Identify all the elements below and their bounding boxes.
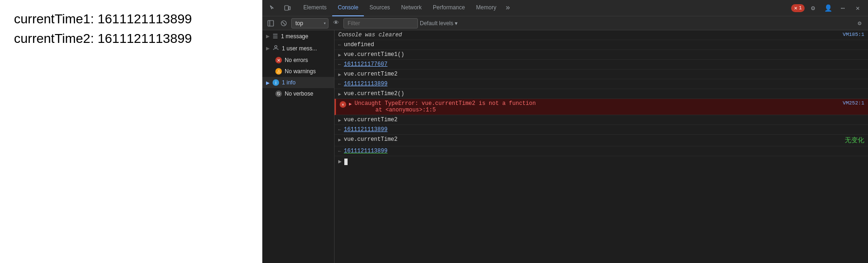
output-arrow-1: ←: [338, 42, 341, 48]
console-line-ct2-prop3: ▶ vue.currentTime2 无变化: [335, 135, 868, 146]
user-circle-icon: [273, 44, 279, 52]
console-toolbar: top ▾ 👁 Default levels ▾ ⚙: [262, 16, 868, 30]
sidebar-toggle-icon[interactable]: [265, 18, 276, 29]
tab-elements[interactable]: Elements: [298, 0, 332, 16]
svg-rect-2: [268, 21, 273, 26]
info-circle-icon: i: [273, 79, 279, 86]
tab-sources[interactable]: Sources: [364, 0, 396, 16]
tab-memory[interactable]: Memory: [471, 0, 502, 16]
output-arrow-5: ←: [338, 149, 341, 154]
verbose-icon: [275, 90, 282, 97]
output-ct2-value3: 1611121113899: [344, 148, 864, 154]
error-circle-icon: ✕: [275, 57, 282, 63]
console-line-ct1-call: ▶ vue.currentTime1(): [335, 50, 868, 60]
console-line-cleared: Console was cleared VM185:1: [335, 30, 868, 40]
console-prompt[interactable]: ▶: [335, 156, 868, 167]
sidebar-item-warnings[interactable]: ⚠ No warnings: [262, 66, 334, 77]
devtools-tab-bar: Elements Console Sources Network Perform…: [262, 0, 868, 16]
error-circle-small-icon: ✕: [340, 101, 346, 108]
default-levels-label[interactable]: Default levels ▾: [420, 20, 458, 27]
console-line-ct1-result: ← 1611121177607: [335, 60, 868, 69]
error-location: at <anonymous>:1:5: [355, 107, 436, 113]
user-icon[interactable]: 👤: [821, 1, 834, 14]
page-line2: currentTime2: 1611121113899: [14, 29, 248, 48]
input-arrow-2: ▶: [338, 72, 341, 77]
input-ct1-call: vue.currentTime1(): [344, 51, 864, 58]
tab-left-icons: [266, 1, 294, 14]
sidebar-item-messages[interactable]: ▶ ☰ 1 message: [262, 30, 334, 42]
vm185-link[interactable]: VM185:1: [843, 32, 864, 37]
device-icon[interactable]: [281, 1, 294, 14]
no-change-text: 无变化: [845, 136, 864, 145]
console-settings-icon[interactable]: ⚙: [854, 18, 865, 29]
context-select-input[interactable]: top: [291, 18, 328, 28]
output-ct2-value2: 1611121113899: [344, 126, 864, 133]
error-message: Uncaught TypeError: vue.currentTime2 is …: [355, 100, 536, 107]
sidebar-label-user: 1 user mess...: [282, 45, 330, 52]
page-line1: currentTime1: 1611121113899: [14, 9, 248, 29]
close-icon[interactable]: ✕: [851, 1, 864, 14]
tab-console[interactable]: Console: [332, 0, 364, 16]
output-ct1-value: 1611121177607: [344, 61, 864, 68]
svg-rect-0: [285, 6, 288, 10]
console-line-ct2-result2: ← 1611121113899: [335, 125, 868, 135]
console-cleared-text: Console was cleared: [338, 32, 843, 38]
sidebar-item-errors[interactable]: ✕ No errors: [262, 55, 334, 66]
filter-input[interactable]: [343, 18, 418, 28]
error-text: Uncaught TypeError: vue.currentTime2 is …: [355, 100, 843, 113]
tab-network[interactable]: Network: [396, 0, 427, 16]
svg-rect-1: [289, 7, 290, 10]
sidebar-label-errors: No errors: [285, 57, 330, 63]
sidebar-item-info[interactable]: ▶ i 1 info: [262, 77, 334, 88]
output-ct2-value1: 1611121113899: [344, 81, 864, 87]
output-undefined: undefined: [344, 42, 864, 48]
sidebar-label-verbose: No verbose: [285, 90, 330, 97]
tab-performance[interactable]: Performance: [427, 0, 471, 16]
sidebar-label-warnings: No warnings: [285, 68, 330, 75]
prompt-arrow-icon: ▶: [338, 158, 342, 165]
output-arrow-4: ←: [338, 127, 341, 132]
console-line-undefined: ← undefined: [335, 40, 868, 50]
context-selector[interactable]: top ▾: [291, 18, 328, 28]
input-arrow-1: ▶: [338, 52, 341, 58]
error-badge[interactable]: ✕ 1: [791, 4, 805, 12]
input-arrow-4: ▶: [338, 118, 341, 123]
console-line-ct2-prop2: ▶ vue.currentTime2: [335, 115, 868, 125]
input-ct2-call: vue.currentTime2(): [344, 90, 864, 97]
devtools-panel: Elements Console Sources Network Perform…: [262, 0, 868, 263]
input-arrow-5: ▶: [338, 137, 341, 143]
console-line-ct2-prop: ▶ vue.currentTime2: [335, 69, 868, 79]
eye-icon[interactable]: 👁: [330, 18, 342, 29]
cursor-blink: [344, 159, 348, 165]
input-arrow-3: ▶: [338, 91, 341, 97]
console-line-ct2-result3: ← 1611121113899: [335, 146, 868, 156]
clear-console-icon[interactable]: [278, 18, 289, 29]
inspect-icon[interactable]: [266, 1, 279, 14]
devtools-main: ▶ ☰ 1 message ▶ 1 user mess... ✕: [262, 30, 868, 263]
vm252-link[interactable]: VM252:1: [843, 100, 864, 106]
list-icon: ☰: [273, 33, 278, 40]
svg-line-5: [282, 22, 285, 25]
error-expand-arrow[interactable]: ▶: [349, 101, 352, 107]
page-content: currentTime1: 1611121113899 currentTime2…: [0, 0, 262, 263]
svg-point-6: [275, 46, 277, 48]
tab-right-icons: ✕ 1 ⚙ 👤 ⋯ ✕: [791, 1, 864, 14]
sidebar-arrow-info: ▶: [266, 80, 270, 85]
more-options-icon[interactable]: ⋯: [836, 1, 849, 14]
output-arrow-3: ←: [338, 82, 341, 87]
input-ct2-prop3: vue.currentTime2: [344, 136, 835, 143]
output-ct2-underlined: 1611121113899: [344, 148, 388, 154]
sidebar-item-user[interactable]: ▶ 1 user mess...: [262, 42, 334, 55]
settings-gear-icon[interactable]: ⚙: [806, 1, 820, 14]
console-sidebar: ▶ ☰ 1 message ▶ 1 user mess... ✕: [262, 30, 335, 263]
sidebar-label-messages: 1 message: [281, 33, 330, 40]
more-tabs-icon[interactable]: »: [502, 4, 514, 12]
sidebar-label-info: 1 info: [282, 79, 330, 86]
input-ct2-prop: vue.currentTime2: [344, 71, 864, 77]
sidebar-arrow-user: ▶: [266, 46, 270, 51]
sidebar-item-verbose[interactable]: No verbose: [262, 88, 334, 99]
console-line-ct2-call: ▶ vue.currentTime2(): [335, 89, 868, 99]
console-line-error: ✕ ▶ Uncaught TypeError: vue.currentTime2…: [335, 99, 868, 115]
input-ct2-prop2: vue.currentTime2: [344, 117, 864, 123]
sidebar-arrow-messages: ▶: [266, 34, 270, 39]
